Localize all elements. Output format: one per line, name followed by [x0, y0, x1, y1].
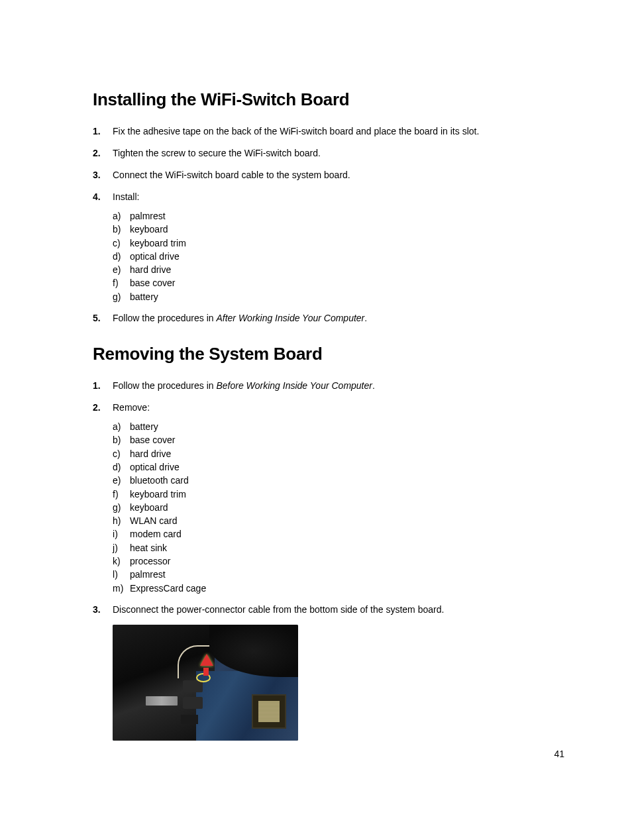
install-sub-f: base cover	[113, 276, 566, 289]
install-sub-d: optical drive	[113, 250, 566, 263]
remove-sublist: battery base cover hard drive optical dr…	[113, 420, 566, 595]
remove-step-2: Remove: battery base cover hard drive op…	[93, 401, 566, 595]
figure-connector	[146, 696, 178, 706]
step-5-italic: After Working Inside Your Computer	[216, 313, 364, 323]
remove-sub-c: hard drive	[113, 447, 566, 460]
remove-sub-l: palmrest	[113, 568, 566, 581]
step-5: Follow the procedures in After Working I…	[93, 311, 566, 325]
remove-sub-a: battery	[113, 420, 566, 433]
figure-system-board-photo	[113, 625, 298, 741]
remove-sub-h: WLAN card	[113, 514, 566, 527]
figure-arrow-body	[203, 668, 209, 676]
install-sub-e: hard drive	[113, 263, 566, 276]
install-sub-g: battery	[113, 290, 566, 303]
step-4-text: Install:	[113, 191, 139, 202]
step-5-suffix: .	[364, 313, 367, 323]
remove-sub-j: heat sink	[113, 541, 566, 554]
remove-sub-i: modem card	[113, 527, 566, 541]
remove-sub-g: keyboard	[113, 501, 566, 514]
section-heading-remove-sysboard: Removing the System Board	[93, 344, 566, 364]
remove-step-1-prefix: Follow the procedures in	[113, 380, 216, 391]
page-number: 41	[554, 749, 564, 759]
install-sublist: palmrest keyboard keyboard trim optical …	[113, 209, 566, 303]
figure-chips	[183, 680, 203, 692]
remove-step-1-suffix: .	[372, 380, 375, 391]
remove-sub-e: bluetooth card	[113, 474, 566, 487]
install-sub-a: palmrest	[113, 209, 566, 223]
remove-step-1: Follow the procedures in Before Working …	[93, 379, 566, 393]
install-steps-list: Fix the adhesive tape on the back of the…	[93, 125, 566, 325]
remove-step-3: Disconnect the power-connector cable fro…	[93, 603, 566, 617]
step-5-prefix: Follow the procedures in	[113, 313, 216, 323]
remove-sub-f: keyboard trim	[113, 488, 566, 501]
step-1: Fix the adhesive tape on the back of the…	[93, 125, 566, 138]
remove-sub-m: ExpressCard cage	[113, 582, 566, 595]
step-3: Connect the WiFi-switch board cable to t…	[93, 168, 566, 182]
install-sub-c: keyboard trim	[113, 236, 566, 250]
remove-step-1-italic: Before Working Inside Your Computer	[216, 380, 372, 391]
figure-arrow-icon	[200, 654, 213, 666]
remove-sub-b: base cover	[113, 433, 566, 446]
remove-steps-list: Follow the procedures in Before Working …	[93, 379, 566, 617]
step-4: Install: palmrest keyboard keyboard trim…	[93, 190, 566, 303]
remove-sub-d: optical drive	[113, 460, 566, 474]
section-heading-install-wifi: Installing the WiFi-Switch Board	[93, 89, 566, 110]
figure-cpu-socket	[252, 694, 286, 729]
figure-socket-pins	[258, 701, 280, 722]
remove-sub-k: processor	[113, 554, 566, 568]
step-2: Tighten the screw to secure the WiFi-swi…	[93, 146, 566, 160]
install-sub-b: keyboard	[113, 223, 566, 236]
remove-step-2-text: Remove:	[113, 402, 150, 413]
